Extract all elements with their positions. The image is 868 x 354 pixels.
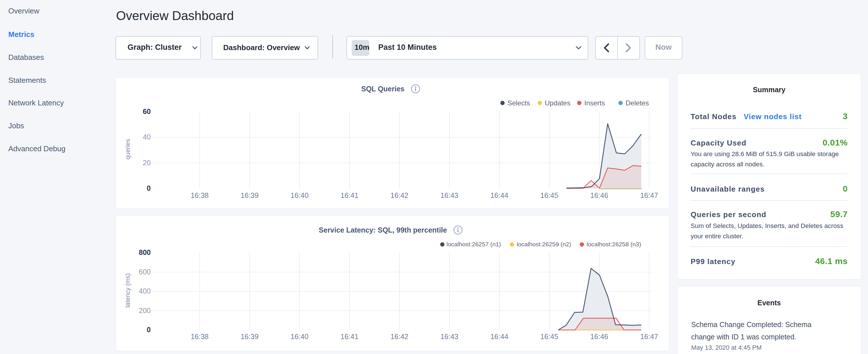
svg-text:0: 0 (147, 184, 151, 192)
svg-text:600: 600 (139, 268, 151, 276)
svg-text:queries: queries (124, 139, 131, 160)
svg-text:800: 800 (139, 248, 151, 256)
svg-text:16:46: 16:46 (590, 332, 608, 341)
svg-text:200: 200 (139, 307, 151, 315)
svg-text:16:42: 16:42 (391, 332, 409, 341)
svg-text:20: 20 (143, 159, 151, 167)
svg-text:16:43: 16:43 (440, 332, 459, 341)
svg-text:16:41: 16:41 (340, 332, 359, 341)
svg-text:16:38: 16:38 (191, 191, 209, 199)
svg-text:60: 60 (143, 107, 151, 116)
svg-text:16:47: 16:47 (640, 191, 658, 199)
svg-text:16:45: 16:45 (540, 191, 559, 199)
svg-text:16:38: 16:38 (191, 332, 209, 341)
svg-text:0: 0 (147, 326, 151, 334)
svg-text:16:40: 16:40 (290, 191, 309, 199)
svg-text:16:44: 16:44 (490, 332, 508, 341)
svg-text:16:40: 16:40 (290, 332, 309, 341)
svg-text:16:43: 16:43 (440, 191, 459, 199)
svg-text:16:41: 16:41 (340, 191, 359, 199)
svg-text:16:46: 16:46 (590, 191, 608, 199)
svg-text:16:39: 16:39 (241, 191, 259, 199)
svg-text:16:39: 16:39 (241, 332, 259, 341)
svg-text:16:47: 16:47 (640, 332, 658, 341)
svg-text:16:45: 16:45 (540, 332, 559, 341)
svg-text:40: 40 (143, 133, 151, 141)
svg-text:16:42: 16:42 (391, 191, 409, 199)
svg-text:400: 400 (139, 287, 151, 295)
svg-text:16:44: 16:44 (490, 191, 508, 199)
svg-text:latency (ms): latency (ms) (124, 273, 131, 308)
